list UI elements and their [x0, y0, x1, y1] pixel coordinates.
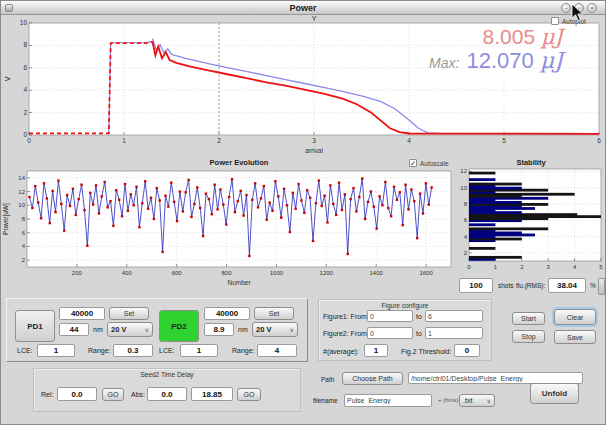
pd2-range-input[interactable] [257, 344, 297, 357]
svg-text:12: 12 [460, 168, 467, 174]
chevron-down-icon: ∨ [487, 397, 491, 404]
pd1-button[interactable]: PD1 [15, 310, 55, 342]
svg-text:Y: Y [312, 15, 317, 22]
figure-configure-title: Figure configure [319, 302, 491, 309]
svg-text:2: 2 [464, 250, 468, 256]
rel-label: Rel: [41, 391, 53, 398]
svg-text:3: 3 [547, 264, 551, 270]
figure1-to-input[interactable] [425, 310, 483, 322]
svg-text:4: 4 [23, 86, 27, 93]
pd2-button[interactable]: PD2 [159, 310, 199, 342]
threshold-label: Fig.2 Threshold: [401, 348, 451, 355]
percent-label: % [590, 282, 596, 289]
svg-text:V: V [4, 76, 11, 81]
choose-path-button[interactable]: Choose Path [342, 372, 403, 385]
pd2-lce-input[interactable] [180, 344, 218, 357]
svg-text:5: 5 [502, 137, 506, 144]
figure1-from-input[interactable] [367, 310, 413, 322]
svg-text:12: 12 [18, 189, 25, 195]
pd1-wavelength-input[interactable] [59, 323, 89, 336]
svg-text:6: 6 [23, 64, 27, 71]
svg-text:4: 4 [573, 264, 577, 270]
pd2-lce-label: LCE: [159, 347, 175, 354]
threshold-input[interactable] [454, 344, 480, 357]
svg-text:2: 2 [520, 264, 524, 270]
pd2-gain-input[interactable] [204, 307, 250, 320]
svg-text:8: 8 [23, 41, 27, 48]
max-energy-value: 12.070 [466, 48, 533, 73]
pd1-voltage-select[interactable]: 20 V ∨ [107, 322, 153, 337]
pd1-nm-label: nm [93, 326, 103, 333]
svg-text:1: 1 [122, 137, 126, 144]
rel-input[interactable] [57, 387, 97, 401]
current-energy-value: 8.005 [483, 25, 536, 48]
pd2-voltage-select[interactable]: 20 V ∨ [252, 322, 298, 337]
svg-text:Number: Number [227, 279, 251, 286]
abs-input[interactable] [147, 387, 187, 401]
svg-text:2: 2 [23, 109, 27, 116]
pd1-lce-input[interactable] [37, 344, 75, 357]
chevron-down-icon: ∨ [290, 326, 294, 333]
power-window: Power – ▫ × 01234560246810YarrivalV Auto… [0, 0, 606, 425]
extension-value: .txt [463, 397, 472, 404]
svg-text:14: 14 [18, 175, 25, 181]
close-icon[interactable]: × [587, 3, 597, 13]
figure2-to-input[interactable] [425, 327, 483, 339]
checkbox-box-icon [551, 17, 559, 25]
max-label: Max: [429, 55, 459, 71]
titlebar: Power – ▫ × [1, 1, 605, 15]
slider-handle[interactable] [598, 278, 605, 295]
svg-text:1000: 1000 [270, 270, 284, 276]
svg-text:800: 800 [222, 270, 233, 276]
shots-label: shots [498, 282, 514, 289]
stop-button[interactable]: Stop [512, 330, 545, 343]
svg-text:10: 10 [20, 19, 28, 26]
rms-input[interactable] [548, 278, 586, 293]
svg-text:4: 4 [407, 137, 411, 144]
pd2-set-button[interactable]: Set [254, 307, 294, 320]
seed-delay-title: Seed2 Time Delay [34, 371, 300, 378]
start-button[interactable]: Start [512, 312, 545, 325]
chevron-down-icon: ∨ [145, 326, 149, 333]
power-evolution-plot: 20040060080010001200140016002468101214Nu… [1, 157, 455, 295]
max-energy-readout: Max:12.070 µJ [429, 48, 563, 74]
svg-text:5: 5 [599, 264, 603, 270]
pd2-wavelength-input[interactable] [204, 323, 234, 336]
svg-text:4: 4 [22, 243, 26, 249]
abs-go-button[interactable]: GO [237, 388, 261, 401]
shots-input[interactable] [459, 278, 493, 293]
svg-text:10: 10 [460, 185, 467, 191]
abs-current-input[interactable] [191, 387, 233, 401]
pd1-range-input[interactable] [113, 344, 153, 357]
svg-text:1: 1 [494, 264, 498, 270]
abs-label: Abs: [131, 391, 145, 398]
pd1-set-button[interactable]: Set [109, 307, 149, 320]
pd2-voltage-value: 20 V [256, 325, 271, 334]
figure2-range-label: Figure2: From [323, 330, 367, 337]
current-energy-readout: 8.005 µJ [483, 25, 563, 49]
pd1-gain-input[interactable] [59, 307, 105, 320]
svg-text:10: 10 [18, 202, 25, 208]
svg-text:4: 4 [464, 234, 468, 240]
unfold-button[interactable]: Unfold [530, 383, 579, 404]
pd1-voltage-value: 20 V [111, 325, 126, 334]
save-button[interactable]: Save [554, 330, 596, 344]
average-input[interactable] [364, 344, 388, 357]
minimize-icon[interactable]: – [561, 3, 571, 13]
svg-text:1400: 1400 [369, 270, 383, 276]
stability-plot: 01234524681012 [457, 157, 606, 277]
extension-select[interactable]: .txt ∨ [459, 394, 495, 407]
clear-button[interactable]: Clear [554, 309, 596, 325]
svg-text:400: 400 [122, 270, 133, 276]
max-energy-unit: µJ [540, 48, 563, 73]
rel-go-button[interactable]: GO [102, 388, 124, 401]
svg-text:6: 6 [464, 217, 468, 223]
window-title: Power [1, 3, 605, 13]
filename-input[interactable] [344, 394, 432, 407]
figure2-from-input[interactable] [367, 327, 413, 339]
svg-text:6: 6 [22, 230, 26, 236]
time-suffix-label: + (hms) [438, 397, 459, 403]
pd2-range-label: Range: [232, 347, 255, 354]
svg-text:0: 0 [27, 137, 31, 144]
svg-text:2: 2 [217, 137, 221, 144]
